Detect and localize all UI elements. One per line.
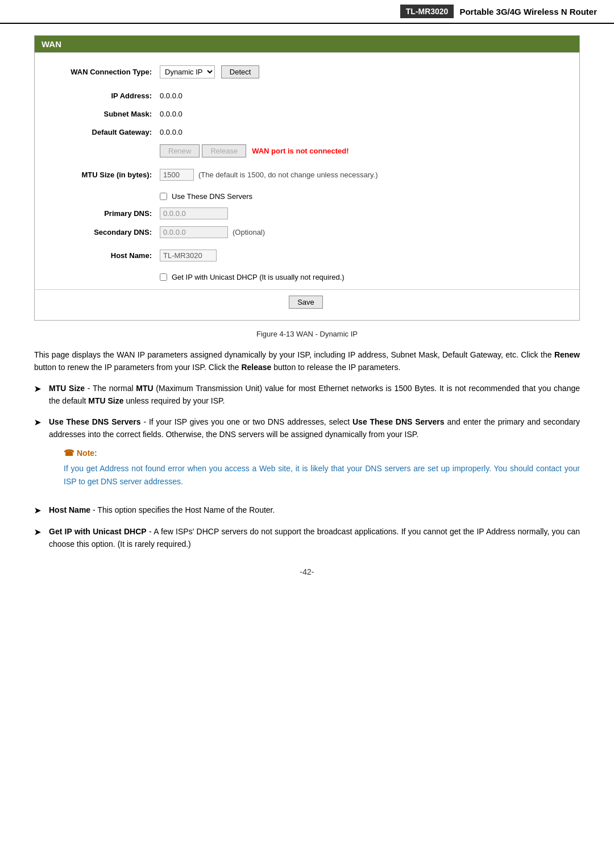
secondary-dns-hint: (Optional) [233, 228, 265, 236]
connection-type-value: Dynamic IP Detect [160, 65, 262, 78]
hostname-bold: Host Name [49, 505, 90, 514]
dns-bold2: Use These DNS Servers [352, 417, 445, 426]
save-button[interactable]: Save [289, 296, 323, 309]
unicast-checkbox-label: Get IP with Unicast DHCP (It is usually … [172, 273, 345, 281]
bullet-arrow-hostname: ➤ [34, 504, 43, 517]
ip-address-value: 0.0.0.0 [160, 92, 182, 100]
mtu-label: MTU Size (in bytes): [46, 171, 160, 179]
note-text: If you get Address not found error when … [64, 462, 580, 488]
secondary-dns-row: Secondary DNS: (Optional) [35, 223, 579, 242]
dns-checkbox-row: Use These DNS Servers [35, 189, 579, 204]
unicast-checkbox[interactable] [160, 273, 167, 281]
release-button[interactable]: Release [202, 144, 246, 157]
bullet-content-unicast: Get IP with Unicast DHCP - A few ISPs' D… [49, 525, 580, 551]
bullet-content-hostname: Host Name - This option specifies the Ho… [49, 504, 580, 516]
unicast-checkbox-row: Get IP with Unicast DHCP (It is usually … [35, 269, 579, 285]
renew-button[interactable]: Renew [160, 144, 200, 157]
mtu-bold1: MTU Size [49, 384, 85, 393]
note-block: ☎ Note: If you get Address not found err… [64, 446, 580, 488]
detect-button[interactable]: Detect [221, 65, 260, 78]
renew-bold: Renew [554, 350, 580, 359]
default-gateway-value: 0.0.0.0 [160, 128, 182, 136]
bullet-unicast: ➤ Get IP with Unicast DHCP - A few ISPs'… [34, 525, 580, 551]
primary-dns-input[interactable] [160, 207, 228, 219]
host-name-value [160, 250, 217, 261]
bullet-content-dns: Use These DNS Servers - If your ISP give… [49, 416, 580, 496]
page-header: TL-MR3020 Portable 3G/4G Wireless N Rout… [0, 0, 614, 24]
default-gateway-label: Default Gateway: [46, 128, 160, 136]
mtu-bold2: MTU [136, 384, 153, 393]
unicast-bold: Get IP with Unicast DHCP [49, 527, 147, 536]
dns-checkbox-label: Use These DNS Servers [172, 192, 252, 201]
wan-title: WAN [42, 39, 61, 49]
renew-release-controls: Renew Release WAN port is not connected! [160, 144, 349, 157]
primary-dns-label: Primary DNS: [46, 209, 160, 218]
connection-type-select[interactable]: Dynamic IP [160, 65, 215, 78]
mtu-controls: (The default is 1500, do not change unle… [160, 169, 378, 181]
note-title-text: Note: [77, 447, 97, 459]
header-model: TL-MR3020 [400, 5, 454, 18]
wan-status: WAN port is not connected! [252, 147, 349, 155]
main-content: WAN WAN Connection Type: Dynamic IP Dete… [0, 35, 614, 576]
page-number: -42- [34, 567, 580, 576]
subnet-mask-label: Subnet Mask: [46, 110, 160, 118]
renew-release-row: Renew Release WAN port is not connected! [35, 141, 579, 161]
mtu-row: MTU Size (in bytes): (The default is 150… [35, 165, 579, 184]
bullet-hostname: ➤ Host Name - This option specifies the … [34, 504, 580, 517]
secondary-dns-controls: (Optional) [160, 226, 265, 238]
bullet-mtu: ➤ MTU Size - The normal MTU (Maximum Tra… [34, 382, 580, 408]
host-name-input[interactable] [160, 250, 217, 261]
bullet-content-mtu: MTU Size - The normal MTU (Maximum Trans… [49, 382, 580, 408]
mtu-input[interactable] [160, 169, 194, 181]
connection-type-label: WAN Connection Type: [46, 68, 160, 76]
mtu-hint: (The default is 1500, do not change unle… [198, 171, 378, 179]
figure-caption: Figure 4-13 WAN - Dynamic IP [34, 330, 580, 338]
connection-type-row: WAN Connection Type: Dynamic IP Detect [35, 62, 579, 82]
subnet-mask-value: 0.0.0.0 [160, 110, 182, 118]
secondary-dns-label: Secondary DNS: [46, 228, 160, 236]
primary-dns-row: Primary DNS: [35, 204, 579, 223]
save-row: Save [35, 289, 579, 314]
bullet-arrow-mtu: ➤ [34, 383, 43, 395]
bullet-dns: ➤ Use These DNS Servers - If your ISP gi… [34, 416, 580, 496]
intro-paragraph: This page displays the WAN IP parameters… [34, 348, 580, 374]
host-name-label: Host Name: [46, 251, 160, 260]
default-gateway-row: Default Gateway: 0.0.0.0 [35, 123, 579, 141]
dns-checkbox[interactable] [160, 193, 167, 200]
bullet-arrow-unicast: ➤ [34, 526, 43, 538]
ip-address-label: IP Address: [46, 92, 160, 100]
bullet-arrow-dns: ➤ [34, 416, 43, 429]
header-title: Portable 3G/4G Wireless N Router [459, 7, 597, 16]
wan-box: WAN WAN Connection Type: Dynamic IP Dete… [34, 35, 580, 321]
release-bold: Release [241, 363, 271, 372]
ip-address-row: IP Address: 0.0.0.0 [35, 86, 579, 105]
wan-box-body: WAN Connection Type: Dynamic IP Detect I… [35, 52, 579, 320]
mtu-bold3: MTU Size [88, 396, 123, 405]
note-title: ☎ Note: [64, 446, 580, 460]
subnet-mask-row: Subnet Mask: 0.0.0.0 [35, 105, 579, 123]
note-icon: ☎ [64, 446, 74, 460]
dns-bold1: Use These DNS Servers [49, 417, 141, 426]
secondary-dns-input[interactable] [160, 226, 228, 238]
bullet-list: ➤ MTU Size - The normal MTU (Maximum Tra… [34, 382, 580, 551]
primary-dns-value [160, 207, 228, 219]
wan-box-header: WAN [35, 36, 579, 52]
host-name-row: Host Name: [35, 246, 579, 265]
